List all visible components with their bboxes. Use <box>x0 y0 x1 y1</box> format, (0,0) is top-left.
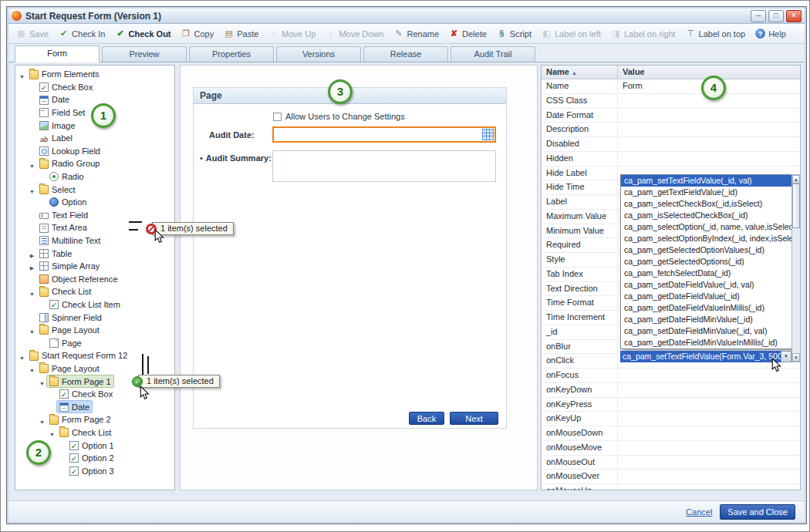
dropdown-item[interactable]: ca_pam_setDateFieldMinValue(_id, val) <box>621 325 792 337</box>
property-row[interactable]: Date Format <box>542 109 800 123</box>
property-value[interactable] <box>618 456 800 470</box>
dropdown-item[interactable]: ca_pam_selectCheckBox(_id,isSelect) <box>621 198 792 210</box>
tree-row[interactable]: Date <box>15 400 174 413</box>
tree-row[interactable]: Form Elements <box>15 68 174 81</box>
dropdown-item[interactable]: ca_pam_setTextFieldValue(_id, val) <box>621 175 792 187</box>
scroll-down-button[interactable]: ▼ <box>792 353 800 362</box>
close-button[interactable] <box>786 10 802 22</box>
tree-row[interactable]: Table <box>15 247 174 260</box>
audit-date-input[interactable] <box>272 126 496 143</box>
tree-row[interactable]: Text Field <box>15 209 174 222</box>
scroll-up-button[interactable]: ▲ <box>792 175 800 184</box>
toolbar-button-delete[interactable]: Delete <box>449 29 487 39</box>
property-row[interactable]: onMouseMove <box>542 441 800 456</box>
tab-audit-trail[interactable]: Audit Trail <box>451 46 535 62</box>
dropdown-item[interactable]: ca_pam_getDateFieldValue(_id) <box>621 291 792 302</box>
save-and-close-button[interactable]: Save and Close <box>720 504 795 520</box>
tree-row[interactable]: Date <box>15 93 174 106</box>
audit-summary-textarea[interactable] <box>272 150 496 182</box>
collapse-expander-icon[interactable] <box>28 288 36 301</box>
scrollbar-thumb[interactable] <box>792 184 800 228</box>
name-column-header[interactable]: Name▲ <box>542 66 618 79</box>
cancel-link[interactable]: Cancel <box>686 507 712 517</box>
toolbar-button-label-on-top[interactable]: Label on top <box>686 29 746 39</box>
property-row[interactable]: onMouseOut <box>542 456 800 470</box>
dropdown-scrollbar[interactable]: ▲ ▼ <box>791 174 801 362</box>
property-row[interactable]: CSS Class <box>542 94 800 109</box>
tree-row[interactable]: Form Page 2 <box>15 413 174 426</box>
dropdown-item[interactable]: ca_pam_getSelectedOptions(_id) <box>621 256 792 268</box>
toolbar-button-help[interactable]: Help <box>755 29 786 39</box>
dropdown-item[interactable]: ca_pam_setDateFieldValue(_id, val) <box>621 279 792 291</box>
toolbar-button-move-down[interactable]: Move Down <box>326 29 383 39</box>
toolbar-button-copy[interactable]: Copy <box>181 29 214 39</box>
property-row[interactable]: onMouseUp <box>542 484 800 490</box>
dropdown-item[interactable]: ca_pam_getDateFieldValueInMillis(_id) <box>621 302 792 314</box>
dropdown-item[interactable]: ca_pam_isSelectedCheckBox(_id) <box>621 210 792 221</box>
tree-row[interactable]: Multiline Text <box>15 234 174 247</box>
dropdown-item[interactable]: ca_pam_getDateFieldMinValueInMillis(_id) <box>621 337 792 348</box>
minimize-button[interactable] <box>751 10 766 22</box>
tree-row[interactable]: Lookup Field <box>15 145 174 158</box>
property-row[interactable]: onKeyDown <box>542 383 800 398</box>
allow-users-checkbox[interactable] <box>273 113 282 121</box>
toolbar-button-check-out[interactable]: Check Out <box>116 29 171 39</box>
back-button[interactable]: Back <box>409 412 444 425</box>
tab-form[interactable]: Form <box>15 45 100 62</box>
tree-row[interactable]: Page <box>15 336 174 349</box>
combo-dropdown-button[interactable]: ▼ <box>781 351 791 362</box>
collapse-expander-icon[interactable] <box>38 416 46 429</box>
tree-row[interactable]: Page Layout <box>15 324 174 337</box>
property-value[interactable] <box>618 109 800 123</box>
property-value[interactable] <box>618 152 800 166</box>
collapse-expander-icon[interactable] <box>18 352 26 365</box>
collapse-expander-icon[interactable] <box>28 365 36 377</box>
next-button[interactable]: Next <box>450 412 498 425</box>
toolbar-button-check-in[interactable]: Check In <box>59 29 105 39</box>
property-row[interactable]: onMouseOver <box>542 470 800 484</box>
property-row[interactable]: NameForm <box>542 79 800 94</box>
property-row[interactable]: onKeyPress <box>542 398 800 412</box>
tree-row[interactable]: Check List Item <box>15 298 174 311</box>
tree-row[interactable]: Simple Array <box>15 260 174 273</box>
dropdown-item[interactable]: ca_pam_selectOption(_id, name, value,isS… <box>621 221 792 233</box>
tab-versions[interactable]: Versions <box>276 46 361 62</box>
tree-row[interactable]: Object Reference <box>15 273 174 286</box>
tree-row[interactable]: Radio Group <box>15 157 174 170</box>
calendar-icon[interactable] <box>482 129 494 140</box>
toolbar-button-save[interactable]: Save <box>16 29 49 39</box>
dropdown-item[interactable]: ca_pam_getTextFieldValue(_id) <box>621 187 792 198</box>
toolbar-button-label-on-left[interactable]: Label on left <box>542 29 601 39</box>
toolbar-button-paste[interactable]: Paste <box>224 29 258 39</box>
property-row[interactable]: onKeyUp <box>542 412 800 426</box>
property-value[interactable] <box>618 123 800 136</box>
collapse-expander-icon[interactable] <box>38 378 46 390</box>
collapse-expander-icon[interactable] <box>28 326 36 338</box>
dropdown-item[interactable]: ca_pam_getSelectedOptionValues(_id) <box>621 244 792 256</box>
collapse-expander-icon[interactable] <box>48 429 56 441</box>
toolbar-button-rename[interactable]: Rename <box>393 29 439 39</box>
tab-preview[interactable]: Preview <box>102 46 187 62</box>
toolbar-button-move-up[interactable]: Move Up <box>268 29 316 39</box>
property-value[interactable] <box>618 398 800 412</box>
collapse-expander-icon[interactable] <box>18 71 26 83</box>
tree-row[interactable]: Option <box>15 196 174 209</box>
maximize-button[interactable] <box>768 10 784 22</box>
property-row[interactable]: Description <box>542 123 800 137</box>
property-value[interactable] <box>618 441 800 455</box>
property-value[interactable] <box>618 383 800 397</box>
property-row[interactable]: onMouseDown <box>542 426 800 441</box>
property-row[interactable]: Hidden <box>542 152 800 167</box>
tree-row[interactable]: Option 3 <box>15 464 174 477</box>
dropdown-item[interactable]: ca_pam_selectOptionByIndex(_id, index,is… <box>621 233 792 244</box>
onfocus-value-combo[interactable]: ca_pam_setTextFieldValue(Form.Var_3, 500… <box>620 351 781 362</box>
property-value[interactable] <box>618 484 800 490</box>
tree-row[interactable]: Page Layout <box>15 362 174 375</box>
tree-row[interactable]: Start Request Form 12 <box>15 349 174 362</box>
property-value[interactable] <box>618 470 800 483</box>
tree-row[interactable]: Radio <box>15 170 174 184</box>
tab-properties[interactable]: Properties <box>189 46 274 62</box>
collapse-expander-icon[interactable] <box>28 160 36 173</box>
tree-row[interactable]: Select <box>15 183 174 196</box>
toolbar-button-label-on-right[interactable]: Label on right <box>611 29 676 39</box>
